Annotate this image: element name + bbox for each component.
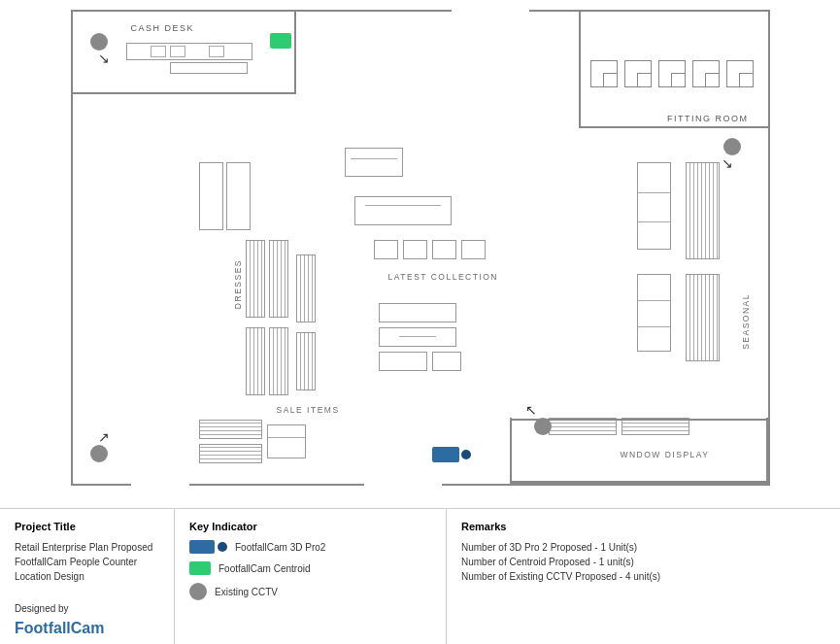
fitting-room-label: FITTING ROOM — [667, 114, 749, 123]
top-center-shelf — [345, 148, 403, 177]
key-item-cctv: Existing CCTV — [189, 583, 431, 600]
sale-rack-2 — [199, 444, 262, 463]
key-icon-centroid — [189, 561, 211, 575]
counter-item1 — [151, 46, 166, 57]
3dpro-camera — [432, 447, 471, 462]
dress-rack-1 — [246, 240, 265, 318]
floorplan: CASh DESK FITTING ROOM — [71, 10, 770, 486]
project-description: Retail Enterprise Plan Proposed Footfall… — [15, 540, 159, 584]
remarks-section: Remarks Number of 3D Pro 2 Proposed - 1 … — [447, 509, 840, 644]
cctv-camera-bl — [90, 445, 108, 462]
key-label-centroid: FootfallCam Centroid — [218, 563, 310, 574]
project-section: Project Title Retail Enterprise Plan Pro… — [0, 509, 175, 644]
entrance-gap-2 — [364, 481, 442, 486]
shelf-left-1 — [199, 162, 223, 230]
cubicle-5 — [726, 60, 754, 87]
cctv-arrow-bl: ↗ — [98, 429, 110, 445]
centroid-camera — [270, 33, 291, 49]
sale-rack-1 — [199, 420, 262, 439]
cctv-camera-tr — [723, 138, 741, 155]
cctv-camera-tl — [90, 33, 108, 51]
counter-item2 — [170, 46, 185, 57]
dress-rack-2 — [269, 240, 288, 318]
key-section: Key Indicator FootfallCam 3D Pro2 Footfa… — [175, 509, 447, 644]
dresses-label: DRESSES — [233, 259, 243, 309]
remarks-line-1: Number of 3D Pro 2 Proposed - 1 Unit(s) — [461, 540, 825, 555]
cubicle-1 — [590, 60, 618, 87]
brand-name: FootfallCam — [15, 620, 159, 637]
dress-rack-6 — [296, 332, 316, 390]
table-2 — [403, 240, 427, 259]
project-title-label: Project Title — [15, 521, 159, 532]
key-icon-3dpro — [189, 540, 227, 554]
window-display-label: WNDOW DISPLAY — [620, 450, 709, 459]
key-label-3dpro: FootfallCam 3D Pro2 — [235, 542, 325, 553]
dress-rack-3 — [246, 327, 265, 395]
lc-shelf-3 — [379, 352, 427, 371]
top-door-gap — [452, 10, 529, 15]
seasonal-rack-1 — [686, 162, 720, 259]
key-indicator-title: Key Indicator — [189, 521, 431, 532]
entrance-gap — [131, 481, 189, 486]
seasonal-rack-2 — [686, 274, 720, 361]
info-panel: Project Title Retail Enterprise Plan Pro… — [0, 508, 840, 644]
3dpro-body — [432, 447, 459, 462]
key-label-cctv: Existing CCTV — [215, 587, 278, 597]
key-item-3dpro: FootfallCam 3D Pro2 — [189, 540, 431, 554]
lc-shelf-top — [379, 303, 456, 322]
key-item-centroid: FootfallCam Centroid — [189, 561, 431, 575]
lc-shelf-4 — [432, 352, 461, 371]
dress-rack-5 — [296, 254, 316, 322]
window-wall-left — [510, 418, 512, 484]
dress-rack-4 — [269, 327, 288, 395]
counter-main — [126, 43, 252, 60]
remarks-line-2: Number of Centroid Proposed - 1 unit(s) — [461, 555, 825, 569]
sale-items-label: SALE ITEMS — [277, 405, 340, 415]
cctv-arrow-tl: ↘ — [98, 51, 110, 66]
table-4 — [461, 240, 486, 259]
cctv-arrow-tr: ↘ — [722, 155, 733, 171]
remarks-line-3: Number of Existing CCTV Proposed - 4 uni… — [461, 569, 825, 584]
remarks-title: Remarks — [461, 521, 825, 532]
window-wall-top — [510, 481, 768, 484]
lc-shelf-bot — [379, 327, 456, 347]
seasonal-label: SEASONAL — [741, 293, 751, 350]
table-1 — [374, 240, 398, 259]
window-wall-right — [766, 418, 768, 484]
cubicle-2 — [624, 60, 652, 87]
key-icon-cctv — [189, 583, 207, 600]
designed-by-label: Designed by — [15, 601, 159, 616]
cubicle-3 — [658, 60, 686, 87]
cash-desk-label: CASh DESK — [131, 23, 195, 33]
counter-item3 — [209, 46, 224, 57]
sale-unit — [267, 424, 306, 458]
fitting-room-section — [579, 12, 768, 128]
shelf-left-2 — [226, 162, 251, 230]
right-shelf-1 — [637, 162, 671, 250]
cctv-camera-bc — [534, 418, 552, 435]
page: CASh DESK FITTING ROOM — [0, 0, 840, 644]
counter-sub — [170, 62, 248, 74]
cubicle-4 — [692, 60, 720, 87]
center-display-top — [354, 196, 452, 225]
3dpro-lens — [461, 450, 471, 459]
floorplan-area: CASh DESK FITTING ROOM — [0, 0, 840, 508]
right-shelf-2 — [637, 274, 671, 352]
table-3 — [432, 240, 456, 259]
cctv-arrow-bc: ↖ — [525, 402, 537, 418]
latest-collection-label: LATEST COLLECTION — [388, 272, 499, 282]
